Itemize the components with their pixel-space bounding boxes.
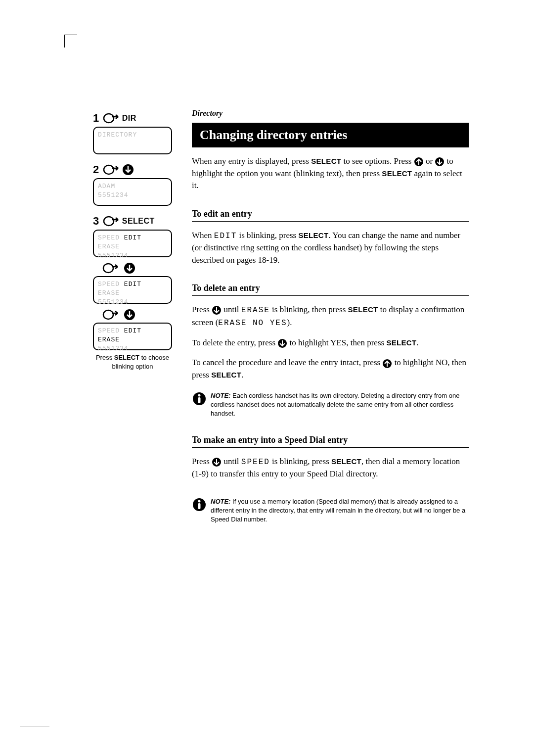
- down-arrow-icon: [124, 262, 135, 274]
- speed-paragraph: Press until SPEED is blinking, press SEL…: [192, 456, 469, 480]
- down-arrow-icon: [122, 164, 134, 176]
- lcd3c-line1: SPEED EDIT ERASE: [98, 327, 167, 344]
- down-arrow-icon: [212, 305, 222, 315]
- intro-paragraph: When any entry is displayed, press SELEC…: [192, 155, 469, 192]
- svg-point-14: [198, 394, 201, 396]
- lcd3a-line2: 5551234: [98, 251, 167, 260]
- icons-3b: [102, 262, 179, 274]
- lcd2-line2: 5551234: [98, 191, 167, 200]
- step-3-number: 3: [93, 215, 99, 228]
- delete-p1: Press until ERASE is blinking, then pres…: [192, 304, 469, 329]
- step-1-word: DIR: [122, 114, 136, 123]
- svg-point-3: [104, 217, 114, 226]
- step-1-label: 1 DIR: [93, 112, 179, 125]
- svg-point-1: [104, 165, 114, 174]
- lcd-screen-3b: SPEED EDIT ERASE 5551234: [93, 276, 172, 304]
- step-2-label: 2: [93, 163, 179, 176]
- lcd3b-line1: SPEED EDIT ERASE: [98, 280, 167, 298]
- steps-column: 1 DIR DIRECTORY 2 ADAM 5551234 3 SELECT …: [93, 109, 179, 371]
- svg-point-6: [103, 310, 113, 319]
- up-arrow-icon: [414, 157, 424, 167]
- edit-paragraph: When EDIT is blinking, press SELECT. You…: [192, 230, 469, 266]
- down-arrow-icon: [124, 309, 135, 321]
- lcd2-line1: ADAM: [98, 182, 167, 191]
- note-1: NOTE: Each cordless handset has its own …: [192, 391, 469, 419]
- note-2: NOTE: If you use a memory location (Spee…: [192, 497, 469, 524]
- lcd3a-line1: SPEED EDIT ERASE: [98, 234, 167, 251]
- up-arrow-icon: [382, 359, 392, 369]
- breadcrumb: Directory: [192, 109, 469, 118]
- lcd-screen-3a: SPEED EDIT ERASE 5551234: [93, 230, 172, 257]
- step-3-label: 3 SELECT: [93, 215, 179, 228]
- press-icon: [102, 113, 119, 124]
- down-arrow-icon: [435, 157, 445, 167]
- heading-speed: To make an entry into a Speed Dial entry: [192, 435, 469, 448]
- press-icon: [102, 309, 119, 320]
- press-icon: [102, 263, 119, 274]
- svg-rect-19: [198, 503, 201, 509]
- heading-edit: To edit an entry: [192, 209, 469, 222]
- step-3-word: SELECT: [122, 217, 155, 226]
- svg-point-4: [103, 264, 113, 273]
- down-arrow-icon: [277, 338, 287, 348]
- lcd-screen-3c: SPEED EDIT ERASE 5551234: [93, 323, 172, 350]
- heading-delete: To delete an entry: [192, 283, 469, 296]
- content-column: Directory Changing directory entries Whe…: [192, 109, 469, 524]
- step-2-number: 2: [93, 163, 99, 176]
- svg-rect-15: [198, 397, 201, 403]
- step-1-number: 1: [93, 112, 99, 125]
- press-icon: [102, 216, 119, 227]
- lcd-screen-1: DIRECTORY: [93, 127, 172, 154]
- svg-point-18: [198, 500, 201, 503]
- lcd3b-line2: 5551234: [98, 298, 167, 307]
- down-arrow-icon: [212, 457, 222, 467]
- crop-mark-bottom-left: [20, 718, 49, 726]
- info-icon: [192, 391, 207, 406]
- delete-p2: To delete the entry, press to highlight …: [192, 337, 469, 349]
- page-title: Changing directory entries: [192, 123, 469, 147]
- crop-mark-top-left: [64, 35, 77, 47]
- press-icon: [102, 164, 119, 175]
- info-icon: [192, 497, 207, 512]
- lcd3c-line2: 5551234: [98, 344, 167, 353]
- step-caption: Press SELECT to choose blinking option: [93, 353, 172, 371]
- svg-point-0: [104, 114, 114, 123]
- page-number: 21: [93, 524, 469, 756]
- delete-p3: To cancel the procedure and leave the en…: [192, 357, 469, 381]
- lcd-screen-2: ADAM 5551234: [93, 178, 172, 206]
- lcd1-line: DIRECTORY: [98, 131, 167, 140]
- icons-3c: [102, 309, 179, 321]
